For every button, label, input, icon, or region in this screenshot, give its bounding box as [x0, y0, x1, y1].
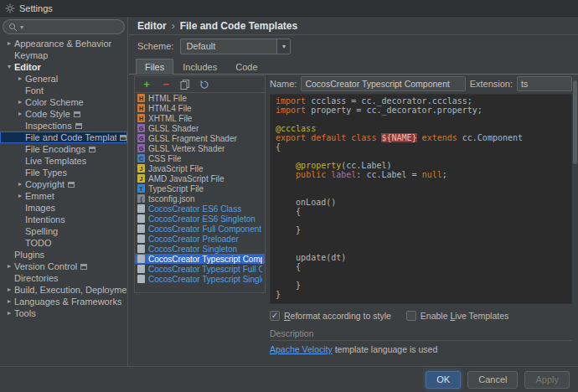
- reformat-label: Reformat according to style: [284, 311, 391, 321]
- template-item-cocoscreator-singleton[interactable]: CocosCreator Singleton: [135, 244, 265, 254]
- template-tabs: FilesIncludesCode: [129, 57, 578, 75]
- tab-files[interactable]: Files: [136, 59, 173, 75]
- template-item-html-file[interactable]: HHTML File: [135, 93, 265, 103]
- sidebar-item-code-style[interactable]: ▸Code Style: [0, 108, 127, 120]
- sidebar-item-build-execution-deployment[interactable]: ▸Build, Execution, Deployment: [0, 284, 127, 296]
- template-item-amd-javascript-file[interactable]: JAMD JavaScript File: [135, 173, 265, 183]
- file-type-icon: H: [137, 114, 145, 122]
- template-code-editor[interactable]: import ccclass = cc._decorator.ccclass;i…: [270, 94, 572, 304]
- template-item-cocoscreator-typescript-singleton[interactable]: CocosCreator Typescript Singleton: [135, 274, 265, 284]
- chevron-right-icon[interactable]: ▸: [15, 108, 25, 120]
- breadcrumb-editor[interactable]: Editor: [137, 20, 167, 32]
- template-item-css-file[interactable]: CCSS File: [135, 153, 265, 163]
- sidebar-item-color-scheme[interactable]: ▸Color Scheme: [0, 96, 127, 108]
- template-item-xhtml-file[interactable]: HXHTML File: [135, 113, 265, 123]
- chevron-right-icon[interactable]: ▸: [15, 73, 25, 85]
- sidebar-item-copyright[interactable]: ▸Copyright: [0, 178, 127, 190]
- template-name-input[interactable]: [301, 76, 465, 91]
- sidebar-item-todo[interactable]: TODO: [0, 237, 127, 249]
- template-item-cocoscreator-full-component[interactable]: CocosCreator Full Component: [135, 224, 265, 234]
- chevron-right-icon[interactable]: ▸: [15, 96, 25, 108]
- file-type-icon: [137, 275, 145, 283]
- template-item-label: CocosCreator Typescript Component: [148, 255, 262, 264]
- ok-button[interactable]: OK: [426, 371, 461, 389]
- template-item-html4-file[interactable]: HHTML4 File: [135, 103, 265, 113]
- enable-live-templates-checkbox[interactable]: Enable Live Templates: [406, 311, 508, 321]
- template-extension-input[interactable]: [517, 76, 572, 91]
- template-item-glsl-fragment-shader[interactable]: GGLSL Fragment Shader: [135, 133, 265, 143]
- sidebar-item-emmet[interactable]: ▸Emmet: [0, 190, 127, 202]
- sidebar-item-general[interactable]: ▸General: [0, 73, 127, 85]
- template-item-typescript-file[interactable]: TTypeScript File: [135, 183, 265, 193]
- sidebar-item-version-control[interactable]: ▸Version Control: [0, 260, 127, 272]
- sidebar-item-editor[interactable]: ▾Editor: [0, 61, 127, 73]
- template-item-glsl-shader[interactable]: GGLSL Shader: [135, 123, 265, 133]
- sidebar-item-file-encodings[interactable]: File Encodings: [0, 143, 127, 155]
- chevron-right-icon[interactable]: ▸: [15, 178, 25, 190]
- sidebar-item-appearance-behavior[interactable]: ▸Appearance & Behavior: [0, 38, 127, 49]
- sidebar-item-intentions[interactable]: Intentions: [0, 214, 127, 225]
- scheme-select[interactable]: Default ▾: [180, 39, 291, 54]
- project-settings-icon: [68, 182, 75, 188]
- sidebar-item-spelling[interactable]: Spelling: [0, 225, 127, 237]
- name-row: Name: Extension:: [270, 75, 572, 91]
- template-item-cocoscreator-es6-singleton[interactable]: CocosCreator ES6 Singleton: [135, 214, 265, 224]
- chevron-right-icon[interactable]: ▸: [4, 38, 14, 49]
- template-item-cocoscreator-preloader[interactable]: CocosCreator Preloader: [135, 234, 265, 244]
- template-item-label: GLSL Shader: [148, 124, 199, 133]
- chevron-down-icon[interactable]: ▾: [276, 39, 290, 54]
- chevron-down-icon[interactable]: ▾: [4, 61, 14, 73]
- remove-template-button[interactable]: −: [160, 79, 172, 90]
- file-type-icon: G: [137, 134, 145, 142]
- template-item-label: HTML File: [148, 94, 187, 103]
- settings-tree: ▸Appearance & BehaviorKeymap▾Editor▸Gene…: [0, 38, 127, 366]
- chevron-right-icon[interactable]: ▸: [4, 307, 14, 319]
- sidebar-item-inspections[interactable]: Inspections: [0, 120, 127, 132]
- settings-app-icon: [5, 3, 15, 13]
- description-text: template language is used: [333, 344, 438, 354]
- search-history-chevron-icon[interactable]: ▾: [20, 23, 23, 31]
- file-type-icon: [137, 245, 145, 253]
- apache-velocity-link[interactable]: Apache Velocity: [270, 344, 333, 354]
- sidebar-item-label: Directories: [14, 272, 59, 284]
- sidebar-item-live-templates[interactable]: Live Templates: [0, 155, 127, 167]
- tab-includes[interactable]: Includes: [173, 59, 226, 75]
- sidebar-item-font[interactable]: Font: [0, 85, 127, 96]
- sidebar-item-images[interactable]: Images: [0, 202, 127, 214]
- chevron-right-icon[interactable]: ▸: [4, 284, 14, 296]
- reformat-checkbox[interactable]: ✓ Reformat according to style: [270, 311, 391, 321]
- apply-button[interactable]: Apply: [524, 371, 570, 389]
- file-type-icon: T: [137, 184, 145, 193]
- template-item-cocoscreator-typescript-full-component[interactable]: CocosCreator Typescript Full Component: [135, 264, 265, 274]
- cancel-button[interactable]: Cancel: [467, 371, 518, 389]
- sidebar-item-tools[interactable]: ▸Tools: [0, 307, 127, 319]
- code-line: [276, 115, 571, 124]
- sidebar-item-label: Appearance & Behavior: [14, 38, 111, 49]
- sidebar-item-keymap[interactable]: Keymap: [0, 49, 127, 61]
- template-item-cocoscreator-es6-class[interactable]: CocosCreator ES6 Class: [135, 204, 265, 214]
- template-item-cocoscreator-typescript-component[interactable]: CocosCreator Typescript Component: [135, 254, 265, 264]
- template-item-javascript-file[interactable]: JJavaScript File: [135, 163, 265, 173]
- sidebar-item-directories[interactable]: Directories: [0, 272, 127, 284]
- template-item-label: CocosCreator ES6 Class: [148, 204, 241, 214]
- sidebar-item-languages-frameworks[interactable]: ▸Languages & Frameworks: [0, 296, 127, 307]
- template-item-label: GLSL Vertex Shader: [148, 144, 224, 153]
- chevron-right-icon[interactable]: ▸: [15, 190, 25, 202]
- sidebar-item-plugins[interactable]: Plugins: [0, 249, 127, 260]
- main-scrollbar[interactable]: [572, 59, 578, 366]
- settings-search-input[interactable]: ▾: [3, 19, 125, 34]
- sidebar-item-label: Languages & Frameworks: [14, 296, 121, 307]
- chevron-right-icon[interactable]: ▸: [4, 260, 14, 272]
- reset-template-button[interactable]: [199, 79, 210, 90]
- chevron-right-icon[interactable]: ▸: [4, 296, 14, 307]
- copy-template-button[interactable]: [179, 79, 191, 90]
- footer: OK Cancel Apply: [0, 366, 578, 392]
- sidebar-item-file-and-code-templates[interactable]: File and Code Templates: [0, 132, 127, 143]
- template-item-tsconfig-json[interactable]: {tsconfig.json: [135, 193, 265, 204]
- tab-code[interactable]: Code: [226, 59, 266, 75]
- scrollbar-thumb[interactable]: [573, 80, 577, 164]
- file-type-icon: [137, 224, 145, 233]
- sidebar-item-file-types[interactable]: File Types: [0, 167, 127, 178]
- create-template-button[interactable]: +: [141, 79, 152, 90]
- template-item-glsl-vertex-shader[interactable]: GGLSL Vertex Shader: [135, 143, 265, 153]
